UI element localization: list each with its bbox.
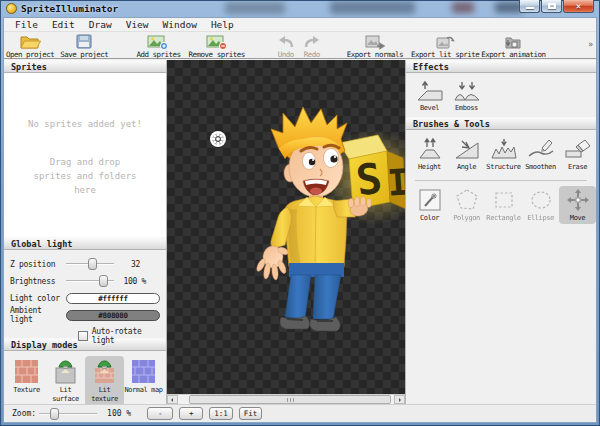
texture-brick-icon [14, 359, 39, 384]
tools-row: Color Polygon Rectangle Ellipse [406, 181, 596, 226]
brightness-slider-thumb[interactable] [99, 275, 108, 287]
minimize-icon [526, 7, 534, 9]
tool-move-button[interactable]: Move [559, 186, 596, 224]
cube-letter-side: I [386, 161, 405, 203]
zoom-slider-thumb[interactable] [50, 408, 59, 420]
ambient-light-label: Ambient light [10, 306, 66, 324]
tool-ellipse-button[interactable]: Ellipse [522, 186, 559, 224]
brightness-label: Brightness [10, 277, 66, 286]
slider-track [39, 413, 97, 415]
menu-bar: File Edit Draw View Window Help [4, 18, 596, 32]
brush-smoothen-button[interactable]: Smoothen [522, 135, 559, 173]
redo-button[interactable]: Redo [303, 34, 321, 59]
save-project-button[interactable]: Save project [60, 34, 108, 59]
brush-structure-button[interactable]: Structure [485, 135, 522, 173]
glass-reflection [225, 2, 285, 14]
left-panel: Sprites No sprites added yet! Drag and d… [4, 60, 167, 404]
auto-rotate-label: Auto-rotate light [92, 327, 166, 345]
scroll-left-arrow[interactable] [167, 395, 178, 404]
hint-line: here [4, 183, 166, 197]
zoom-value: 100 % [107, 409, 131, 418]
mode-lit-surface-button[interactable]: Lit surface [46, 356, 85, 406]
zoom-label: Zoom: [12, 409, 36, 418]
menu-view[interactable]: View [119, 18, 156, 31]
smoothen-brush-icon [527, 137, 555, 161]
global-light-section: Z position 32 Brightness 100 % Light col… [4, 250, 166, 338]
scrollbar-thumb[interactable] [189, 395, 391, 404]
toolbar-overflow-chevron[interactable]: » [588, 40, 593, 49]
menu-file[interactable]: File [8, 18, 45, 31]
add-sprites-button[interactable]: Add sprites [136, 34, 180, 59]
export-normals-icon [364, 34, 386, 49]
zoom-fit-button[interactable]: Fit [239, 407, 263, 420]
maximize-button[interactable] [541, 0, 562, 13]
export-lit-sprite-button[interactable]: Export lit sprite [411, 34, 479, 59]
bottom-zoom-bar: Zoom: 100 % - + 1:1 Fit [4, 404, 596, 422]
polygon-select-icon [455, 188, 479, 212]
light-color-swatch-button[interactable]: #ffffff [66, 293, 160, 304]
z-position-slider-thumb[interactable] [88, 258, 97, 270]
lit-surface-lamp-icon [53, 359, 78, 384]
tool-rectangle-button[interactable]: Rectangle [485, 186, 522, 224]
canvas-horizontal-scrollbar[interactable] [167, 394, 405, 404]
effect-emboss-button[interactable]: Emboss [448, 78, 485, 115]
z-position-label: Z position [10, 260, 66, 269]
z-position-slider[interactable] [66, 258, 114, 270]
zoom-slider[interactable] [39, 408, 97, 420]
brushes-tools-header: Brushes & Tools [406, 117, 596, 130]
title-bar[interactable]: SpriteIlluminator ✕ [0, 0, 600, 17]
open-project-button[interactable]: Open project [6, 34, 54, 59]
sprites-header: Sprites [4, 60, 166, 73]
hint-line: Drag and drop [4, 155, 166, 169]
menu-draw[interactable]: Draw [82, 18, 119, 31]
maximize-icon [548, 3, 556, 9]
remove-sprites-button[interactable]: Remove sprites [189, 34, 245, 59]
brush-angle-button[interactable]: Angle [448, 135, 485, 173]
normal-map-brick-icon [131, 359, 156, 384]
zoom-out-button[interactable]: - [147, 407, 173, 420]
light-position-widget[interactable] [209, 130, 227, 148]
erase-brush-icon [564, 137, 592, 161]
menu-help[interactable]: Help [204, 18, 241, 31]
export-normals-button[interactable]: Export normals [347, 34, 403, 59]
mode-lit-texture-button[interactable]: Lit texture [85, 356, 124, 406]
minimize-button[interactable] [519, 0, 540, 13]
tool-polygon-button[interactable]: Polygon [448, 186, 485, 224]
app-window: SpriteIlluminator ✕ File Edit Draw View … [0, 0, 600, 426]
light-color-label: Light color [10, 294, 66, 303]
effect-bevel-button[interactable]: Bevel [411, 78, 448, 115]
mode-normal-map-button[interactable]: Normal map [124, 356, 163, 406]
window-title: SpriteIlluminator [21, 3, 118, 14]
mode-texture-button[interactable]: Texture [7, 356, 46, 406]
height-brush-icon [416, 137, 444, 161]
rectangle-select-icon [492, 188, 516, 212]
canvas[interactable]: S I [167, 60, 405, 394]
brush-height-button[interactable]: Height [411, 135, 448, 173]
export-lit-sprite-icon [434, 34, 456, 49]
scroll-right-arrow[interactable] [394, 395, 405, 404]
zoom-in-button[interactable]: + [179, 407, 203, 420]
save-floppy-icon [75, 34, 93, 49]
close-button[interactable]: ✕ [563, 0, 594, 13]
remove-sprite-icon [206, 34, 228, 49]
effects-header: Effects [406, 60, 596, 73]
sprite-character[interactable]: S I [237, 105, 405, 345]
ambient-light-swatch-button[interactable]: #808080 [66, 310, 160, 321]
brightness-slider[interactable] [66, 275, 114, 287]
brush-erase-button[interactable]: Erase [559, 135, 596, 173]
sprites-list-dropzone[interactable]: No sprites added yet! Drag and drop spri… [4, 73, 166, 237]
menu-edit[interactable]: Edit [45, 18, 82, 31]
export-animation-icon [503, 34, 523, 49]
right-panel: Effects Bevel Emboss Brushes & Tools [405, 60, 596, 404]
auto-rotate-checkbox[interactable] [78, 331, 88, 341]
add-sprite-icon [147, 34, 169, 49]
sprites-empty-hint: Drag and drop sprites and folders here [4, 155, 166, 197]
export-animation-button[interactable]: Export animation [481, 34, 545, 59]
zoom-one-to-one-button[interactable]: 1:1 [209, 407, 233, 420]
display-modes-section: Texture Lit surface Lit texture Normal m… [4, 351, 166, 406]
menu-window[interactable]: Window [156, 18, 204, 31]
tool-color-button[interactable]: Color [411, 186, 448, 224]
glass-reflection [452, 2, 474, 13]
bevel-icon [416, 80, 444, 102]
undo-button[interactable]: Undo [277, 34, 295, 59]
